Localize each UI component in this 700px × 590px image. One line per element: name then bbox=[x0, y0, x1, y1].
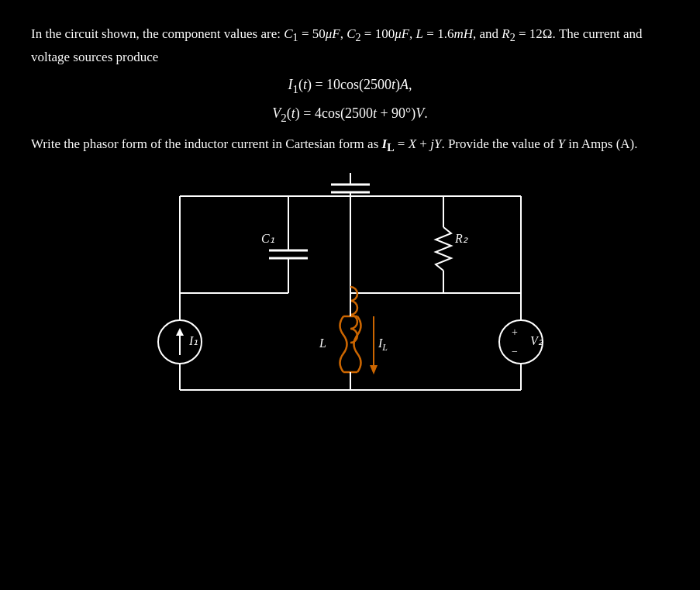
r2-label: R₂ bbox=[454, 232, 468, 245]
equation-i1: I1(t) = 10cos(2500t)A, bbox=[31, 77, 669, 96]
v2-plus: + bbox=[512, 326, 518, 338]
l-label: L bbox=[319, 336, 326, 350]
svg-line-23 bbox=[133, 173, 343, 316]
circuit-diagram: C₁ C₂ R₂ I₁ bbox=[31, 173, 669, 421]
equation-v2: V2(t) = 4cos(2500t + 90°)V. bbox=[31, 105, 669, 125]
circuit-svg: C₁ C₂ R₂ I₁ bbox=[133, 173, 567, 421]
problem-intro: In the circuit shown, the component valu… bbox=[31, 23, 669, 67]
svg-marker-29 bbox=[370, 365, 378, 374]
i1-label: I₁ bbox=[188, 334, 198, 347]
il-label: IL bbox=[378, 336, 388, 353]
v2-minus: − bbox=[512, 346, 518, 357]
v2-label: V₂ bbox=[530, 334, 543, 347]
c1-label: C₁ bbox=[261, 232, 274, 245]
problem-question: Write the phasor form of the inductor cu… bbox=[31, 133, 669, 157]
